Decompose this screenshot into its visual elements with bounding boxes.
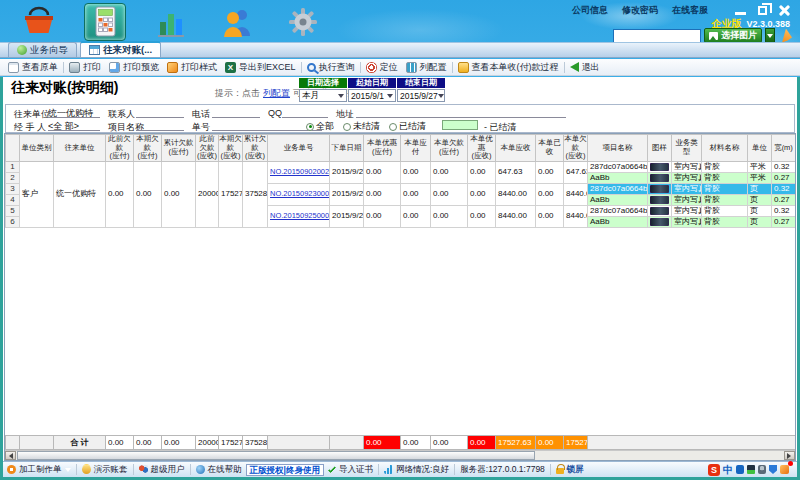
column-config-link[interactable]: 列配置 <box>263 88 290 98</box>
online-service-link[interactable]: 在线客服 <box>672 4 708 17</box>
handler-field[interactable]: <全 部> <box>48 120 100 131</box>
business-type-cell[interactable]: 室内写真 <box>672 183 702 194</box>
sogou-tray-icon[interactable]: S <box>708 464 720 476</box>
row-number[interactable]: 5 <box>6 205 20 216</box>
project-name-cell[interactable]: AaBb <box>588 194 648 205</box>
received-cell[interactable]: 0.00 <box>536 183 564 205</box>
owed-payable-cell[interactable]: 0.00 <box>431 205 468 227</box>
prior-owed-payable-cell[interactable]: 0.00 <box>106 161 134 227</box>
discount-receivable-cell[interactable]: 0.00 <box>468 183 496 205</box>
user-tray-icon[interactable] <box>758 465 766 474</box>
material-name-cell[interactable]: 背胶 <box>702 216 748 227</box>
scroll-left-button[interactable] <box>5 451 16 460</box>
payable-cell[interactable]: 0.00 <box>401 161 431 183</box>
change-password-link[interactable]: 修改密码 <box>622 4 658 17</box>
picture-tray-icon[interactable] <box>747 465 755 474</box>
material-name-cell[interactable]: 背胶 <box>702 205 748 216</box>
project-name-cell[interactable]: AaBb <box>588 172 648 183</box>
unit-cell[interactable]: 页 <box>748 194 772 205</box>
project-name-cell[interactable]: 287dc07a0664bc <box>588 205 648 216</box>
project-field[interactable] <box>136 120 184 131</box>
discount-payable-cell[interactable]: 0.00 <box>364 205 401 227</box>
owed-payable-cell[interactable]: 0.00 <box>431 183 468 205</box>
restore-button[interactable] <box>758 6 767 15</box>
width-cell[interactable]: 0.27 <box>772 216 796 227</box>
print-button[interactable]: 打印 <box>65 61 105 74</box>
business-type-cell[interactable]: 室内写真 <box>672 194 702 205</box>
print-style-button[interactable]: 打印样式 <box>163 61 221 74</box>
phone-field[interactable] <box>212 107 260 118</box>
contact-field[interactable] <box>136 107 184 118</box>
project-name-cell[interactable]: AaBb <box>588 216 648 227</box>
unit-cell[interactable]: 平米 <box>748 172 772 183</box>
statusbar-item-demo-account[interactable]: 演示账套 <box>82 464 128 476</box>
owed-receivable-cell[interactable]: 8440.00 <box>564 205 588 227</box>
order-link[interactable]: NO.201509250001 <box>270 211 330 220</box>
payment-process-button[interactable]: 查看本单收(付)款过程 <box>454 61 563 74</box>
qq-field[interactable] <box>282 107 328 118</box>
statusbar-item-work-order[interactable]: 加工制作单 <box>7 464 71 476</box>
address-field[interactable] <box>356 107 566 118</box>
statusbar-item-online-help[interactable]: 在线帮助 <box>196 464 242 476</box>
width-cell[interactable]: 0.32 <box>772 205 796 216</box>
end-date-select[interactable]: 2015/9/27 <box>397 89 445 102</box>
period-owed-receivable-cell[interactable]: 17527.63 <box>219 161 243 227</box>
project-name-cell[interactable]: 287dc07a0664bc <box>588 161 648 172</box>
statusbar-item-import-certificate[interactable]: 导入证书 <box>328 464 373 476</box>
scroll-right-button[interactable] <box>784 451 795 460</box>
business-type-cell[interactable]: 室内写真 <box>672 172 702 183</box>
shield-tray-icon[interactable] <box>769 465 777 474</box>
row-number[interactable]: 1 <box>6 161 20 172</box>
minimize-button[interactable] <box>735 12 746 15</box>
width-cell[interactable]: 0.32 <box>772 183 796 194</box>
order-date-cell[interactable]: 2015/9/23 <box>330 183 364 205</box>
material-name-cell[interactable]: 背胶 <box>702 183 748 194</box>
tab-reconciliation[interactable]: 往来对账(... <box>80 41 161 57</box>
start-date-select[interactable]: 2015/9/1 <box>348 89 396 102</box>
order-date-cell[interactable]: 2015/9/25 <box>330 205 364 227</box>
order-date-cell[interactable]: 2015/9/2 <box>330 161 364 183</box>
received-cell[interactable]: 0.00 <box>536 161 564 183</box>
locate-button[interactable]: 定位 <box>362 61 402 74</box>
receivable-cell[interactable]: 8440.00 <box>496 205 536 227</box>
exit-button[interactable]: 退出 <box>566 61 604 74</box>
sample-image-cell[interactable] <box>648 172 672 183</box>
total-owed-receivable-cell[interactable]: 37528.53 <box>243 161 268 227</box>
unit-cell[interactable]: 页 <box>748 183 772 194</box>
sample-image-cell[interactable] <box>648 194 672 205</box>
lock-screen-button[interactable]: 锁屏 <box>556 464 584 476</box>
tab-business-wizard[interactable]: 业务向导 <box>8 42 77 57</box>
tools-tray-icon[interactable] <box>780 465 789 474</box>
run-query-button[interactable]: 执行查询 <box>303 61 359 74</box>
horizontal-scrollbar[interactable] <box>5 450 795 460</box>
owed-payable-cell[interactable]: 0.00 <box>431 161 468 183</box>
discount-receivable-cell[interactable]: 0.00 <box>468 161 496 183</box>
owed-receivable-cell[interactable]: 8440.00 <box>564 183 588 205</box>
customer-category-cell[interactable]: 客户 <box>20 161 54 227</box>
width-cell[interactable]: 0.27 <box>772 172 796 183</box>
order-link[interactable]: NO.201509230002 <box>270 189 330 198</box>
prior-owed-receivable-cell[interactable]: 20000.90 <box>196 161 219 227</box>
width-cell[interactable]: 0.27 <box>772 194 796 205</box>
receivable-cell[interactable]: 647.63 <box>496 161 536 183</box>
sample-image-cell[interactable] <box>648 161 672 172</box>
material-name-cell[interactable]: 背胶 <box>702 194 748 205</box>
business-type-cell[interactable]: 室内写真 <box>672 161 702 172</box>
view-original-button[interactable]: 查看原单 <box>4 61 62 74</box>
discount-payable-cell[interactable]: 0.00 <box>364 183 401 205</box>
radio-all[interactable]: 全部 <box>306 120 334 133</box>
received-cell[interactable]: 0.00 <box>536 205 564 227</box>
image-button-dropdown[interactable] <box>765 28 775 43</box>
unit-cell[interactable]: 页 <box>748 216 772 227</box>
payable-cell[interactable]: 0.00 <box>401 205 431 227</box>
sample-image-cell[interactable] <box>648 205 672 216</box>
width-cell[interactable]: 0.32 <box>772 161 796 172</box>
discount-payable-cell[interactable]: 0.00 <box>364 161 401 183</box>
material-name-cell[interactable]: 背胶 <box>702 161 748 172</box>
unit-field[interactable]: 统一优购特 <box>48 107 100 118</box>
owed-receivable-cell[interactable]: 647.63 <box>564 161 588 183</box>
column-config-button[interactable]: 列配置 <box>402 61 451 74</box>
company-info-link[interactable]: 公司信息 <box>572 4 608 17</box>
period-owed-payable-cell[interactable]: 0.00 <box>134 161 162 227</box>
date-range-select[interactable]: 本月 <box>299 89 347 102</box>
